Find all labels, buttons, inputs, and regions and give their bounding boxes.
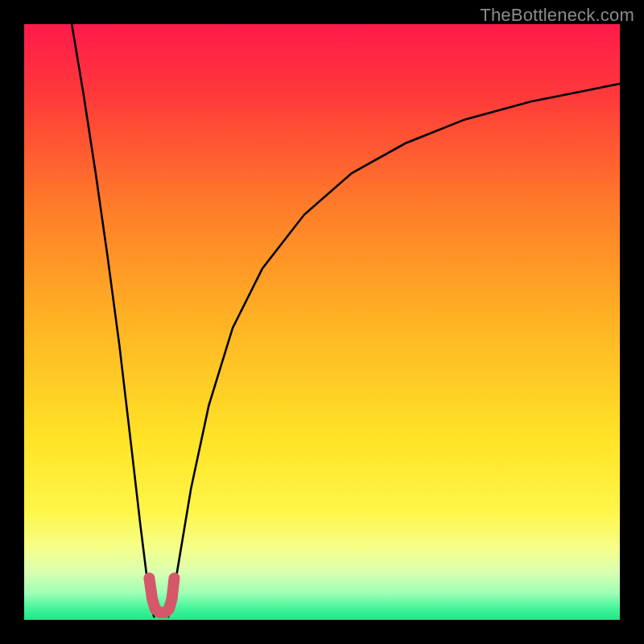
curve-right <box>168 84 620 617</box>
curve-left <box>72 24 154 617</box>
plot-area <box>24 24 620 620</box>
watermark-text: TheBottleneck.com <box>480 5 634 26</box>
u-marker <box>149 578 174 613</box>
chart-frame: TheBottleneck.com <box>0 0 644 644</box>
curve-layer <box>24 24 620 620</box>
